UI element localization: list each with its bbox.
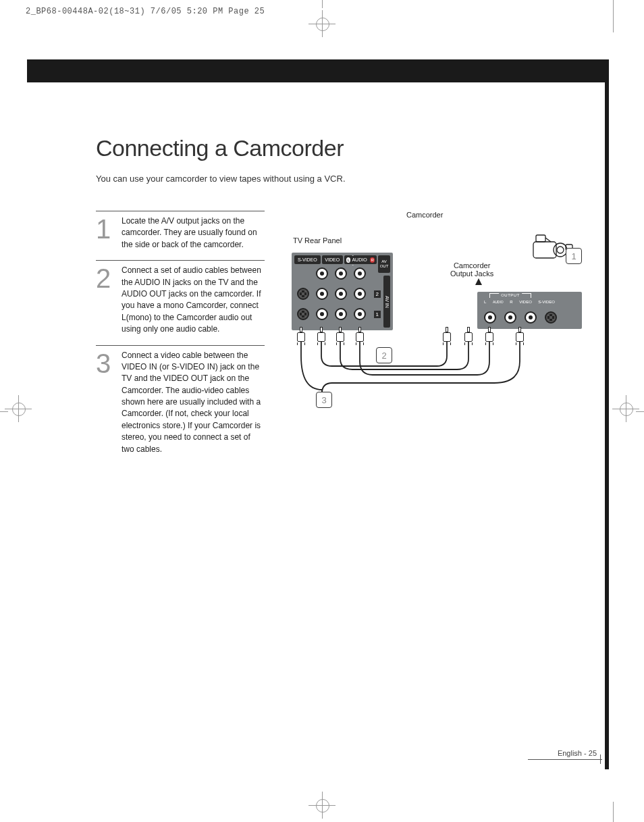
svideo-jack-icon xyxy=(297,308,309,320)
jack-icon xyxy=(335,308,347,320)
print-slug: 2_BP68-00448A-02(18~31) 7/6/05 5:20 PM P… xyxy=(26,7,265,16)
jack-icon xyxy=(504,311,516,324)
crop-hairline-right xyxy=(636,411,644,412)
jack-label-video: VIDEO xyxy=(519,300,532,304)
jack-icon xyxy=(335,288,347,300)
plug-icon xyxy=(317,332,325,350)
jack-icon xyxy=(354,308,366,320)
jack-icon xyxy=(525,311,537,324)
step-text: Locate the A/V output jacks on the camco… xyxy=(122,215,265,251)
crop-hairline-top xyxy=(322,0,323,8)
camcorder-label: Camcorder xyxy=(406,211,443,219)
jack-label-l: L xyxy=(484,300,486,304)
tv-panel-label: TV Rear Panel xyxy=(293,236,342,245)
crop-hairline-tr xyxy=(613,0,614,32)
av-out-label: AV OUT xyxy=(378,255,390,273)
right-black-rule xyxy=(605,59,609,769)
footer-rule xyxy=(528,759,602,760)
svideo-jack-icon xyxy=(297,288,309,300)
intro-text: You can use your camcorder to view tapes… xyxy=(96,174,582,184)
jack-icon xyxy=(354,288,366,300)
crop-hairline-left xyxy=(0,411,8,412)
svg-point-2 xyxy=(557,247,564,253)
svideo-jack-icon xyxy=(545,311,557,324)
registration-mark-top xyxy=(312,14,332,34)
av-in-label: AV IN xyxy=(383,276,390,328)
plug-icon xyxy=(443,332,451,350)
jack-label-r: R xyxy=(510,300,512,304)
page-title: Connecting a Camcorder xyxy=(96,135,582,161)
registration-mark-bottom xyxy=(312,795,332,815)
steps-column: 1 Locate the A/V output jacks on the cam… xyxy=(96,211,265,465)
plug-icon xyxy=(356,332,364,350)
footer-tick xyxy=(600,754,601,764)
panel-header-video: VIDEO xyxy=(322,255,343,264)
step-number: 3 xyxy=(96,350,115,456)
page-content: Connecting a Camcorder You can use your … xyxy=(96,135,582,465)
camcorder-output-panel: OUTPUT L AUDIO R VIDEO S-VIDEO xyxy=(477,292,582,329)
tv-rear-panel: S-VIDEO VIDEO L - AUDIO - R AV OUT AV IN xyxy=(292,253,393,330)
jack-icon xyxy=(484,311,496,324)
plug-icon xyxy=(297,332,305,350)
jack-icon xyxy=(316,288,328,300)
step-3: 3 Connect a video cable between the VIDE… xyxy=(96,345,265,465)
plug-icon xyxy=(336,332,344,350)
output-jacks-label: Camcorder Output Jacks xyxy=(450,261,493,278)
output-label: OUTPUT xyxy=(499,293,522,297)
plug-icon xyxy=(516,332,524,350)
registration-mark-right xyxy=(616,399,636,419)
panel-header-audio: L - AUDIO - R xyxy=(344,255,377,264)
jack-icon xyxy=(354,267,366,280)
svg-rect-0 xyxy=(533,242,556,258)
jack-icon xyxy=(335,267,347,280)
row-number: 2 xyxy=(374,290,381,298)
header-black-band xyxy=(27,59,609,82)
step-number: 1 xyxy=(96,215,115,251)
step-number: 2 xyxy=(96,265,115,335)
step-text: Connect a set of audio cables between th… xyxy=(122,265,265,335)
callout-1: 1 xyxy=(566,248,582,264)
svg-rect-3 xyxy=(536,235,545,242)
arrow-icon xyxy=(475,278,482,285)
jack-icon xyxy=(316,308,328,320)
jack-label-audio: AUDIO xyxy=(493,300,504,304)
step-2: 2 Connect a set of audio cables between … xyxy=(96,260,265,344)
row-number: 1 xyxy=(374,311,381,318)
crop-hairline-br xyxy=(613,802,614,822)
step-text: Connect a video cable between the VIDEO … xyxy=(122,350,265,456)
jack-label-svideo: S-VIDEO xyxy=(538,300,555,304)
jack-icon xyxy=(316,267,328,280)
svg-point-1 xyxy=(554,243,567,257)
connection-diagram: Camcorder TV Rear Panel Camcorder Output… xyxy=(292,211,582,427)
step-1: 1 Locate the A/V output jacks on the cam… xyxy=(96,211,265,260)
registration-mark-left xyxy=(8,399,28,419)
panel-header-svideo: S-VIDEO xyxy=(294,255,321,264)
plug-icon xyxy=(464,332,473,350)
callout-2: 2 xyxy=(376,347,392,363)
callout-3: 3 xyxy=(316,392,332,408)
plug-icon xyxy=(485,332,493,350)
page-footer: English - 25 xyxy=(558,749,597,757)
